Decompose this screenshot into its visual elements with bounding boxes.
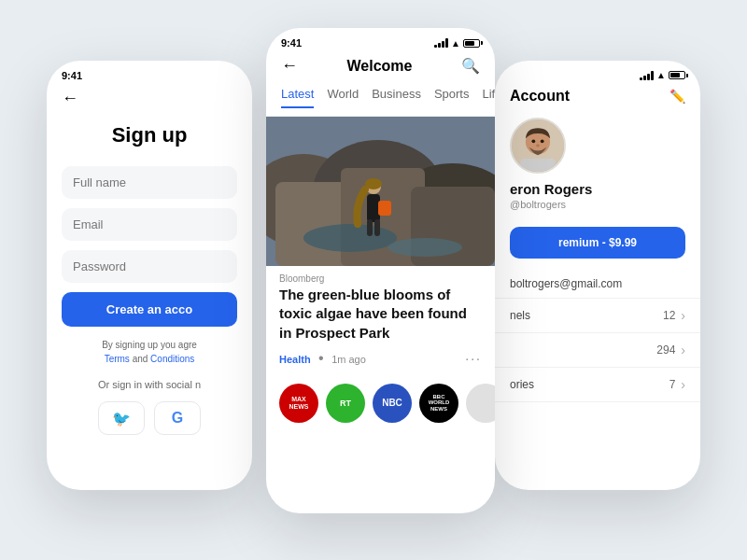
channels-right: 12 › [663,308,685,323]
news-tag[interactable]: Health [279,354,311,365]
back-button-left[interactable]: ← [62,89,78,108]
svg-point-19 [536,145,540,147]
signup-title: Sign up [62,123,237,147]
tab-world[interactable]: World [327,87,359,108]
status-bar-middle: 9:41 ▲ [266,28,495,52]
email-row: boltrogers@gmail.com [495,270,700,299]
nav-bar-middle: ← Welcome 🔍 [266,52,495,83]
categories-right: 7 › [669,377,685,392]
status-bar-left: 9:41 [47,61,252,85]
channel-extra[interactable] [466,384,495,423]
channels-label: nels [510,309,530,322]
news-meta: Health • 1m ago ··· [266,350,495,376]
hero-svg [266,117,495,266]
account-header: Account ✏️ [495,84,700,114]
status-icons-middle: ▲ [434,38,480,49]
social-buttons: 🐦 G [62,401,237,435]
chevron-right-icon-2: › [681,343,685,357]
svg-rect-4 [275,182,350,266]
battery-icon-right [669,71,685,79]
user-handle: @boltrogers [510,199,566,210]
signal-icon-right [640,71,654,80]
svg-rect-12 [378,201,391,216]
hero-image [266,117,495,266]
twitter-button[interactable]: 🐦 [98,401,145,435]
svg-rect-20 [520,159,555,174]
battery-fill [465,41,474,46]
tab-business[interactable]: Business [372,87,421,108]
channel-bbc[interactable]: BBCWORLDNEWS [419,384,458,423]
password-input[interactable] [62,250,237,283]
categories-row[interactable]: ories 7 › [495,368,700,402]
terms-link[interactable]: Terms [105,354,130,364]
more-options-icon[interactable]: ··· [465,351,482,366]
terms-text: By signing up you agre Terms and Conditi… [62,338,237,366]
signal-bar-3 [442,41,444,48]
avatar-section: eron Rogers @boltrogers [495,114,700,227]
news-source: Bloomberg [266,266,495,286]
fullname-input[interactable] [62,166,237,199]
svg-point-17 [531,139,535,143]
tab-latest[interactable]: Latest [281,87,314,108]
svg-rect-13 [367,219,373,236]
chevron-right-icon-3: › [681,377,685,392]
svg-point-7 [303,224,397,252]
user-name: eron Rogers [510,181,592,197]
phone-signup: 9:41 ← Sign up Create an acco By signing… [47,61,252,490]
signal-bar-4 [445,38,448,48]
battery-icon [463,39,480,48]
status-bar-right: ▲ [495,61,700,84]
email-input[interactable] [62,208,237,241]
channels-count: 12 [663,309,675,322]
signup-content: Sign up Create an acco By signing up you… [47,116,252,442]
tab-life[interactable]: Life [482,87,495,108]
news-meta-left: Health • 1m ago [279,350,366,367]
create-account-button[interactable]: Create an acco [62,292,237,327]
svg-rect-14 [374,219,380,236]
news-time: 1m ago [331,354,366,365]
conditions-link[interactable]: Conditions [150,354,194,364]
time-middle: 9:41 [281,37,302,49]
count-row[interactable]: 294 › [495,333,700,368]
channel-nbc[interactable]: NBC [373,384,412,423]
news-channels: MAXNEWS RT NBC BBCWORLDNEWS [266,376,495,430]
news-tabs: Latest World Business Sports Life [266,83,495,117]
tab-sports[interactable]: Sports [434,87,470,108]
phones-container: 9:41 ← Sign up Create an acco By signing… [19,14,728,546]
avatar-svg [512,118,564,174]
count-value: 294 [656,343,675,357]
channel-maxnews[interactable]: MAXNEWS [279,384,318,423]
back-button-middle[interactable]: ← [281,56,298,76]
phone-news: 9:41 ▲ ← Welcome 🔍 Latest World [266,28,495,513]
account-title: Account [510,88,570,105]
categories-label: ories [510,378,534,391]
google-button[interactable]: G [154,401,201,435]
signal-icon [434,38,448,48]
wifi-icon: ▲ [451,38,460,49]
avatar [510,118,566,174]
channels-row[interactable]: nels 12 › [495,299,700,333]
svg-rect-11 [367,194,380,222]
time-left: 9:41 [62,70,82,81]
news-dot: • [318,350,324,366]
chevron-right-icon: › [681,308,685,323]
premium-button[interactable]: remium - $9.99 [510,227,685,259]
channel-rt[interactable]: RT [326,384,365,423]
terms-and: and [133,354,150,364]
status-icons-right: ▲ [640,70,685,80]
categories-count: 7 [669,378,676,391]
search-icon[interactable]: 🔍 [461,57,480,75]
svg-point-8 [388,238,462,257]
nav-bar-left: ← [47,85,252,116]
news-headline[interactable]: The green-blue blooms of toxic algae hav… [266,286,495,350]
count-right: 294 › [656,343,685,357]
terms-prefix: By signing up you agre [102,340,197,350]
wifi-icon-right: ▲ [656,70,666,80]
nav-title-middle: Welcome [347,58,413,75]
edit-icon[interactable]: ✏️ [669,89,685,104]
svg-point-18 [541,139,544,143]
signal-bar-1 [434,45,437,48]
phone-account: ▲ Account ✏️ [495,61,700,490]
or-divider: Or sign in with social n [62,379,237,390]
signal-bar-2 [438,43,441,48]
